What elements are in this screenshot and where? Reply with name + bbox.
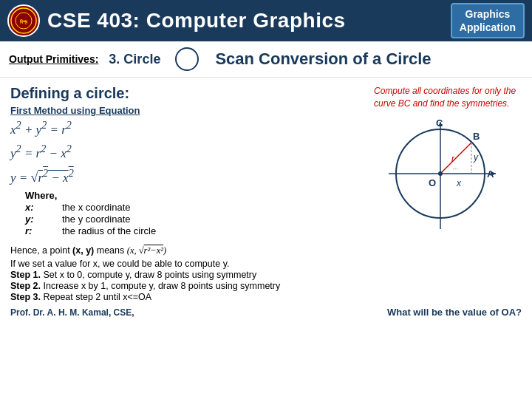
where-item-r: r: the radius of the circle [25, 225, 365, 236]
page-title: CSE 403: Computer Graphics [47, 9, 451, 33]
svg-text:···: ··· [452, 165, 458, 173]
circle-section-label: 3. Circle [109, 52, 160, 67]
main-content: Defining a circle: First Method using Eq… [0, 78, 532, 242]
if-line: If we set a value for x, we could be abl… [10, 259, 522, 269]
badge-line1: Graphics [460, 7, 516, 21]
where-label: Where, [25, 190, 365, 201]
header: বিশ্ব CSE 403: Computer Graphics Graphic… [0, 0, 532, 41]
step3-line: Step 3. Repeat step 2 until x<=OA [10, 292, 522, 302]
svg-point-3 [176, 48, 198, 70]
method-label: First Method using Equation [10, 105, 365, 116]
hence-line: Hence, a point (x, y) means (x, √r²−x²) [10, 245, 522, 256]
svg-text:বিশ্ব: বিশ্ব [20, 19, 28, 25]
where-block: Where, x: the x coordinate y: the y coor… [25, 190, 365, 236]
left-column: Defining a circle: First Method using Eq… [10, 85, 365, 239]
equations-block: x2 + y2 = r2 y2 = r2 − x2 y = √r2 − x2 [10, 119, 365, 185]
svg-text:O: O [429, 177, 436, 188]
equation-2: y2 = r2 − x2 [10, 143, 365, 162]
where-text: Where, [25, 190, 57, 201]
bottom-section: Hence, a point (x, y) means (x, √r²−x²) … [0, 242, 532, 322]
defining-title: Defining a circle: [10, 85, 365, 102]
step1-line: Step 1. Set x to 0, compute y, draw 8 po… [10, 270, 522, 280]
svg-text:y: y [473, 152, 479, 163]
badge-line2: Application [460, 21, 516, 34]
what-will-text: What will be the value of OA? [387, 307, 522, 318]
svg-point-14 [438, 171, 443, 176]
circle-icon [174, 46, 200, 72]
compute-note: Compute all coordinates for only the cur… [374, 85, 522, 110]
topic-badge: Graphics Application [451, 3, 525, 38]
logo: বিশ্ব [7, 4, 40, 37]
equation-1: x2 + y2 = r2 [10, 119, 365, 137]
sub-header: Output Primitives: 3. Circle Scan Conver… [0, 41, 532, 78]
right-column: Compute all coordinates for only the cur… [374, 85, 522, 239]
equation-3: y = √r2 − x2 [10, 167, 365, 185]
step2-line: Step 2. Increase x by 1, compute y, draw… [10, 281, 522, 291]
output-primitives-label: Output Primitives: [9, 53, 98, 65]
scan-conversion-title: Scan Conversion of a Circle [215, 50, 523, 69]
logo-inner: বিশ্ব [10, 7, 37, 34]
svg-text:B: B [473, 131, 480, 142]
circle-diagram: C B r A O x ··· y [374, 115, 507, 233]
where-item-x: x: the x coordinate [25, 202, 365, 213]
svg-text:C: C [436, 117, 443, 129]
bottom-row: Prof. Dr. A. H. M. Kamal, CSE, What will… [10, 307, 522, 318]
where-item-y: y: the y coordinate [25, 214, 365, 225]
footer-text: Prof. Dr. A. H. M. Kamal, CSE, [10, 307, 134, 318]
svg-text:x: x [456, 178, 462, 188]
